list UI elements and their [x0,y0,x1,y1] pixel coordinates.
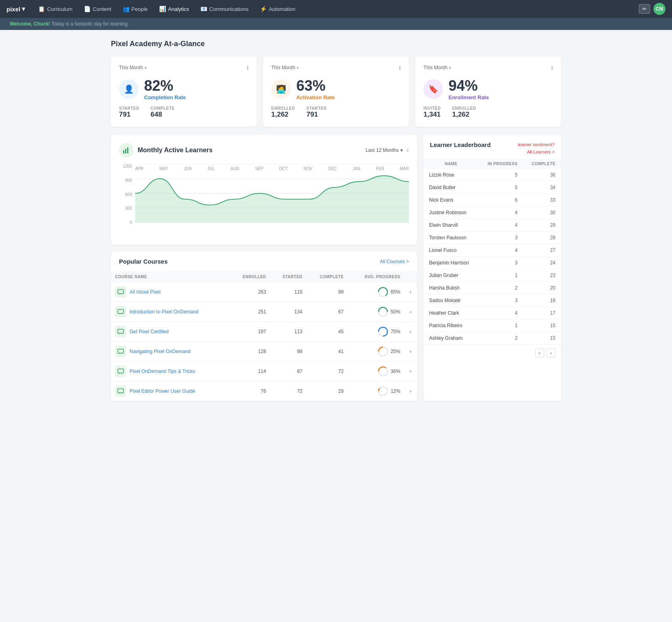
sidebar-item-people[interactable]: 👥People [118,3,153,15]
brand-logo[interactable]: pixel ▾ [6,5,25,13]
y-label: 300 [119,206,132,211]
welcome-bar: Welcome, Chuck! Today is a fantastic day… [0,18,672,30]
nav-right: ✏ CM [639,3,666,15]
learner-in-progress: 1 [479,320,523,332]
all-learners-link[interactable]: All Learners > [518,149,555,156]
table-row: Navigating Pixel OnDemand 128 99 41 25% … [111,342,417,362]
col-header: STARTED [270,271,306,282]
period-chevron: ▾ [297,66,299,70]
info-icon-2: ℹ [551,64,553,71]
course-name[interactable]: Navigating Pixel OnDemand [130,349,191,354]
table-row: Pixel OnDemand Tips & Tricks 114 87 72 3… [111,362,417,381]
sidebar-item-communications[interactable]: 📧Communications [196,3,253,15]
stat-detail-value: 1,262 [271,111,295,119]
row-chevron[interactable]: › [404,381,417,401]
stat-card-0: This Month ▾ ℹ 👤 82% Completion Rate STA… [111,56,257,127]
stat-detail: ENROLLED 1,262 [452,106,476,119]
stat-main-1: 🧑‍💻 63% Activation Rate [271,77,401,100]
stat-header-0: This Month ▾ ℹ [119,64,249,71]
stat-period-label: This Month [423,65,447,70]
row-chevron[interactable]: › [404,302,417,322]
learner-name: Elwin Sharvill [423,219,479,232]
stat-percent-2: 94% [449,77,489,94]
progress-ring [378,326,388,337]
svg-rect-17 [118,349,123,353]
stat-details-0: STARTED 791 COMPLETE 648 [119,106,249,119]
progress-label: 12% [391,388,400,394]
main-content: Pixel Academy At-a-Glance This Month ▾ ℹ… [101,30,571,411]
course-name[interactable]: Introduction to Pixel OnDemand [130,309,198,315]
course-name-cell: Navigating Pixel OnDemand [111,342,229,362]
learner-in-progress: 4 [479,307,523,320]
learner-complete: 15 [523,332,561,345]
sidebar-item-automation[interactable]: ⚡Automation [255,3,300,15]
sentiment-link[interactable]: learner sentiment? [518,141,555,149]
nav-icon-communications: 📧 [200,6,207,12]
course-progress: 36% [348,362,404,381]
course-name[interactable]: Pixel Editor Power User Guide [130,388,195,394]
chart-header: Monthly Active Learners Last 12 Months ▾… [119,143,409,158]
progress-ring [378,366,388,377]
learner-name: Benjamin Harrison [423,257,479,269]
progress-label: 75% [391,329,400,334]
learner-name: Heather Clark [423,307,479,320]
courses-title: Popular Courses [119,258,168,265]
course-icon [115,326,126,337]
stat-label-0: Completion Rate [144,94,186,100]
stat-period-0[interactable]: This Month ▾ [119,65,147,70]
stat-period-2[interactable]: This Month ▾ [423,65,451,70]
leaderboard-next-button[interactable]: › [547,349,555,358]
y-label: 0 [119,220,132,225]
avatar[interactable]: CM [653,3,666,15]
svg-point-24 [379,387,387,396]
row-chevron[interactable]: › [404,282,417,302]
learner-in-progress: 1 [479,269,523,282]
brand-chevron: ▾ [22,5,25,13]
edit-button[interactable]: ✏ [639,4,650,14]
stat-period-1[interactable]: This Month ▾ [271,65,299,70]
row-chevron[interactable]: › [404,342,417,362]
course-name[interactable]: Get Pixel Certified [130,329,169,334]
learner-complete: 34 [523,181,561,194]
stat-details-1: ENROLLED 1,262 STARTED 791 [271,106,401,119]
svg-rect-14 [118,329,123,333]
learner-in-progress: 3 [479,257,523,269]
all-courses-link[interactable]: All Courses > [380,259,409,264]
y-label: 900 [119,178,132,183]
col-header: COURSE NAME [111,271,229,282]
progress-ring [378,307,388,317]
sidebar-item-analytics[interactable]: 📊Analytics [154,3,194,15]
nav-icon-automation: ⚡ [260,6,267,12]
leaderboard-row: Heather Clark 4 17 [423,307,561,320]
course-enrolled: 251 [229,302,270,322]
row-chevron[interactable]: › [404,362,417,381]
learner-complete: 27 [523,244,561,257]
leaderboard-prev-button[interactable]: ‹ [535,349,544,358]
course-name[interactable]: Pixel OnDemand Tips & Tricks [130,369,195,374]
course-name[interactable]: All About Pixel [130,289,161,295]
y-label: 600 [119,192,132,197]
table-row: Introduction to Pixel OnDemand 251 134 6… [111,302,417,322]
stat-icon-0: 👤 [119,79,138,99]
learner-name: Patrícia Ribeiro [423,320,479,332]
stat-details-2: INVITED 1,341 ENROLLED 1,262 [423,106,553,119]
leaderboard-header: Learner Leaderboard learner sentiment? A… [423,135,561,159]
chart-period-selector[interactable]: Last 12 Months ▾ ℹ [366,147,409,153]
learner-complete: 30 [523,207,561,219]
stat-detail-key: INVITED [423,106,441,111]
progress-label: 36% [391,369,400,374]
stat-detail-value: 1,341 [423,111,441,119]
lb-col-progress: IN PROGRESS [479,159,523,169]
learner-complete: 18 [523,294,561,307]
leaderboard-card: Learner Leaderboard learner sentiment? A… [423,135,561,401]
row-chevron[interactable]: › [404,322,417,342]
learner-complete: 36 [523,169,561,181]
sidebar-item-curriculum[interactable]: 📋Curriculum [33,3,77,15]
chart-info-icon: ℹ [407,147,409,153]
sidebar-item-content[interactable]: 📄Content [79,3,116,15]
col-action [404,271,417,282]
progress-label: 25% [391,349,400,354]
stat-main-2: 🔖 94% Enrollment Rate [423,77,553,100]
leaderboard-row: Lionel Fusco 4 27 [423,244,561,257]
course-progress: 65% [348,282,404,302]
